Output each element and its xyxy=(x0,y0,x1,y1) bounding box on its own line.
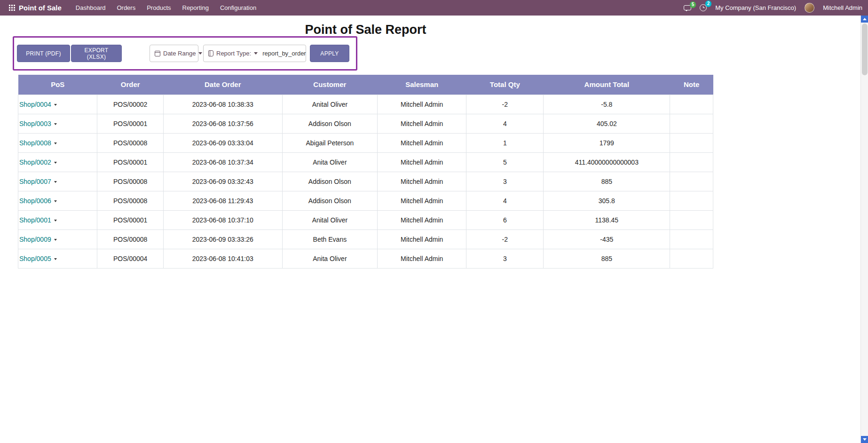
report-table: PoSOrderDate OrderCustomerSalesmanTotal … xyxy=(18,75,713,269)
note-cell xyxy=(670,249,713,268)
chevron-down-icon[interactable] xyxy=(54,142,57,144)
note-cell xyxy=(670,152,713,172)
date-range-label: Date Range xyxy=(163,50,196,57)
top-navbar: Point of Sale DashboardOrdersProductsRep… xyxy=(0,0,868,16)
date-order-cell: 2023-06-09 03:33:04 xyxy=(163,133,282,152)
note-cell xyxy=(670,133,713,152)
pos-link[interactable]: Shop/0004 xyxy=(19,101,51,108)
chevron-down-icon[interactable] xyxy=(54,258,57,260)
total-qty-cell: 3 xyxy=(466,172,544,191)
pos-link[interactable]: Shop/0009 xyxy=(19,236,51,243)
pos-link[interactable]: Shop/0005 xyxy=(19,255,51,262)
column-header-total-qty: Total Qty xyxy=(466,75,544,95)
note-cell xyxy=(670,95,713,114)
pos-link[interactable]: Shop/0002 xyxy=(19,158,51,166)
chevron-down-icon[interactable] xyxy=(54,181,57,183)
amount-total-cell: 405.02 xyxy=(544,114,670,133)
menu-item-dashboard[interactable]: Dashboard xyxy=(70,0,111,16)
scroll-up-icon[interactable] xyxy=(861,16,868,23)
user-menu[interactable]: Mitchell Admin xyxy=(823,4,862,11)
pos-cell: Shop/0009 xyxy=(18,229,97,249)
note-cell xyxy=(670,210,713,229)
total-qty-cell: 4 xyxy=(466,191,544,210)
chevron-down-icon xyxy=(254,52,258,55)
scroll-down-icon[interactable] xyxy=(861,436,868,443)
customer-cell: Abigail Peterson xyxy=(282,133,377,152)
pos-cell: Shop/0007 xyxy=(18,172,97,191)
pos-link[interactable]: Shop/0007 xyxy=(19,178,51,185)
navbar-systray: 5 2 My Company (San Francisco) Mitchell … xyxy=(684,3,862,13)
column-header-salesman: Salesman xyxy=(378,75,466,95)
pos-cell: Shop/0001 xyxy=(18,210,97,229)
menu-item-products[interactable]: Products xyxy=(141,0,176,16)
note-cell xyxy=(670,114,713,133)
scrollbar-thumb[interactable] xyxy=(862,24,868,75)
amount-total-cell: 305.8 xyxy=(544,191,670,210)
chevron-down-icon[interactable] xyxy=(54,200,57,202)
table-row: Shop/0001 POS/00001 2023-06-08 10:37:10 … xyxy=(18,210,713,229)
salesman-cell: Mitchell Admin xyxy=(378,191,466,210)
note-cell xyxy=(670,191,713,210)
activities-badge: 2 xyxy=(705,0,712,7)
page-title: Point of Sale Report xyxy=(18,22,713,37)
salesman-cell: Mitchell Admin xyxy=(378,249,466,268)
report-table-head: PoSOrderDate OrderCustomerSalesmanTotal … xyxy=(18,75,713,95)
chevron-down-icon[interactable] xyxy=(54,162,57,164)
customer-cell: Addison Olson xyxy=(282,191,377,210)
vertical-scrollbar[interactable] xyxy=(860,16,868,443)
order-cell: POS/00001 xyxy=(97,114,163,133)
company-switcher[interactable]: My Company (San Francisco) xyxy=(715,4,796,11)
salesman-cell: Mitchell Admin xyxy=(378,133,466,152)
print-pdf-button[interactable]: PRINT (PDF) xyxy=(17,45,70,62)
table-row: Shop/0004 POS/00002 2023-06-08 10:38:33 … xyxy=(18,95,713,114)
date-range-dropdown[interactable]: Date Range xyxy=(150,45,198,62)
order-cell: POS/00002 xyxy=(97,95,163,114)
total-qty-cell: 6 xyxy=(466,210,544,229)
menu-item-orders[interactable]: Orders xyxy=(111,0,141,16)
menu-item-configuration[interactable]: Configuration xyxy=(214,0,262,16)
activities-button[interactable]: 2 xyxy=(700,4,707,11)
date-order-cell: 2023-06-08 10:41:03 xyxy=(163,249,282,268)
app-brand[interactable]: Point of Sale xyxy=(19,4,62,12)
total-qty-cell: 5 xyxy=(466,152,544,172)
column-header-pos: PoS xyxy=(18,75,97,95)
chevron-down-icon xyxy=(198,52,202,55)
pos-cell: Shop/0008 xyxy=(18,133,97,152)
order-cell: POS/00001 xyxy=(97,152,163,172)
apps-grid-icon[interactable] xyxy=(6,0,18,16)
date-order-cell: 2023-06-09 03:33:26 xyxy=(163,229,282,249)
customer-cell: Anital Oliver xyxy=(282,210,377,229)
calendar-icon xyxy=(155,51,160,56)
filter-toolbar: PRINT (PDF) EXPORT (XLSX) Date Range Rep… xyxy=(13,36,357,71)
total-qty-cell: -2 xyxy=(466,229,544,249)
export-xlsx-button[interactable]: EXPORT (XLSX) xyxy=(71,45,122,62)
chevron-down-icon[interactable] xyxy=(54,104,57,106)
apps-grid-dots xyxy=(8,4,16,11)
user-avatar[interactable] xyxy=(805,3,814,13)
pos-link[interactable]: Shop/0008 xyxy=(19,139,51,147)
chevron-down-icon[interactable] xyxy=(54,220,57,222)
chevron-down-icon[interactable] xyxy=(54,123,57,125)
salesman-cell: Mitchell Admin xyxy=(378,172,466,191)
pos-link[interactable]: Shop/0001 xyxy=(19,216,51,224)
menu-item-reporting[interactable]: Reporting xyxy=(177,0,214,16)
table-row: Shop/0002 POS/00001 2023-06-08 10:37:34 … xyxy=(18,152,713,172)
report-type-dropdown[interactable]: Report Type: report_by_order xyxy=(203,45,306,62)
messages-button[interactable]: 5 xyxy=(684,5,691,10)
table-row: Shop/0006 POS/00008 2023-06-08 11:29:43 … xyxy=(18,191,713,210)
customer-cell: Anita Oliver xyxy=(282,249,377,268)
chevron-down-icon[interactable] xyxy=(54,239,57,241)
pos-cell: Shop/0002 xyxy=(18,152,97,172)
column-header-customer: Customer xyxy=(282,75,377,95)
apply-button[interactable]: APPLY xyxy=(310,45,349,62)
date-order-cell: 2023-06-09 03:32:43 xyxy=(163,172,282,191)
pos-link[interactable]: Shop/0006 xyxy=(19,197,51,205)
column-header-amount-total: Amount Total xyxy=(544,75,670,95)
pos-link[interactable]: Shop/0003 xyxy=(19,120,51,127)
report-type-value: report_by_order xyxy=(262,50,306,57)
column-header-order: Order xyxy=(97,75,163,95)
table-row: Shop/0007 POS/00008 2023-06-09 03:32:43 … xyxy=(18,172,713,191)
triangle-down xyxy=(863,438,867,441)
main-menu: DashboardOrdersProductsReportingConfigur… xyxy=(70,0,262,16)
pos-cell: Shop/0004 xyxy=(18,95,97,114)
